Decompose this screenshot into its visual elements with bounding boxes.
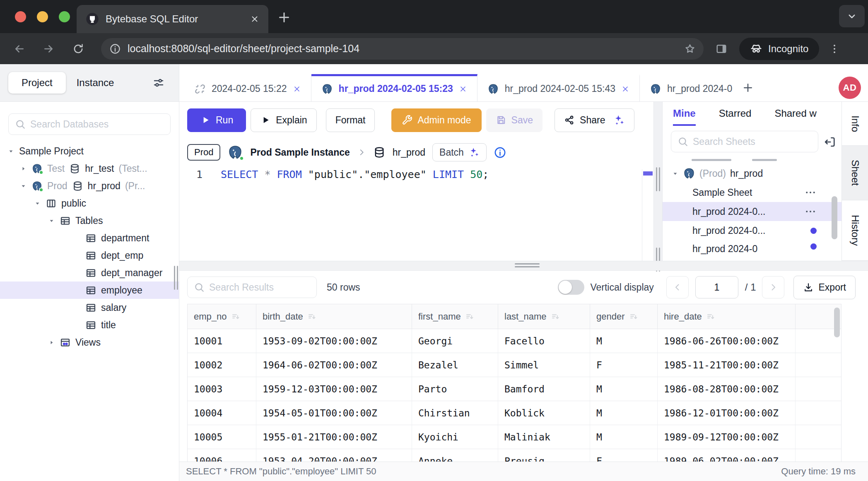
next-page-button[interactable] (762, 276, 784, 298)
instance-name[interactable]: Prod Sample Instance (250, 147, 350, 158)
sort-icon[interactable] (629, 312, 639, 322)
editor-tab-2[interactable]: hr_prod 2024-02-05 15:43 (477, 74, 640, 101)
table-row[interactable]: 100041954-05-01T00:00:00ZChirstianKoblic… (188, 401, 841, 425)
back-icon[interactable] (13, 43, 26, 55)
column-header-first_name[interactable]: first_name (412, 304, 498, 329)
table-scrollbar[interactable] (834, 308, 840, 337)
admin-mode-button[interactable]: Admin mode (391, 108, 481, 132)
side-tab-history[interactable]: History (842, 200, 868, 261)
maximize-window-button[interactable] (59, 11, 70, 22)
ellipsis-icon[interactable] (804, 186, 817, 199)
tree-item-salary[interactable]: salary (0, 299, 179, 316)
address-bar[interactable]: localhost:8080/sql-editor/sheet/project-… (101, 38, 704, 60)
column-header-last_name[interactable]: last_name (498, 304, 590, 329)
table-row[interactable]: 100021964-06-02T00:00:00ZBezalelSimmelF1… (188, 353, 841, 377)
caret-down-icon[interactable] (48, 217, 55, 224)
bookmark-star-icon[interactable] (684, 43, 696, 55)
sort-icon[interactable] (231, 312, 241, 322)
table-row[interactable]: 100051955-01-21T00:00:00ZKyoichiMaliniak… (188, 425, 841, 449)
caret-down-icon[interactable] (34, 200, 41, 207)
tab-mine[interactable]: Mine (673, 108, 696, 126)
site-info-icon[interactable] (109, 43, 121, 55)
format-button[interactable]: Format (326, 108, 375, 132)
sort-icon[interactable] (706, 312, 716, 322)
sheet-search-input[interactable] (671, 131, 818, 152)
plus-icon[interactable] (742, 82, 754, 94)
export-button[interactable]: Export (793, 276, 856, 299)
panel-divider-vertical[interactable] (653, 102, 663, 261)
prev-page-button[interactable] (666, 276, 689, 298)
tree-item-sample-project[interactable]: Sample Project (0, 142, 179, 160)
minimize-window-button[interactable] (37, 11, 48, 22)
sort-icon[interactable] (465, 312, 475, 322)
tree-item-hr-test[interactable]: Testhr_test(Test... (0, 160, 179, 177)
caret-down-icon[interactable] (672, 170, 679, 177)
sparkles-icon[interactable] (612, 114, 625, 126)
column-header-gender[interactable]: gender (590, 304, 658, 329)
save-button[interactable]: Save (486, 108, 542, 132)
tree-item-hr-prod[interactable]: Prodhr_prod(Pr... (0, 177, 179, 195)
table-row[interactable]: 100031959-12-03T00:00:00ZPartoBamfordM19… (188, 377, 841, 401)
column-header-emp_no[interactable]: emp_no (188, 304, 256, 329)
tree-item-title[interactable]: title (0, 316, 179, 334)
caret-down-icon[interactable] (20, 183, 27, 190)
close-tab-icon[interactable] (250, 14, 259, 24)
editor-tab-3[interactable]: hr_prod 2024-0 (640, 74, 735, 101)
sort-icon[interactable] (307, 312, 317, 322)
close-icon[interactable] (621, 85, 629, 93)
sidebar-resize-handle[interactable] (174, 266, 178, 290)
batch-button[interactable]: Batch (432, 143, 487, 161)
sheet-scrollbar[interactable] (832, 196, 837, 239)
table-row[interactable]: 100011953-09-02T00:00:00ZGeorgiFacelloM1… (188, 329, 841, 353)
editor-minimap[interactable] (642, 169, 653, 261)
column-header-birth_date[interactable]: birth_date (256, 304, 412, 329)
avatar[interactable]: AD (839, 77, 861, 99)
caret-down-icon[interactable] (7, 148, 14, 155)
sheet-item-3[interactable]: hr_prod 2024-0... (663, 221, 841, 240)
explain-button[interactable]: Explain (251, 108, 316, 132)
vertical-display-toggle[interactable] (558, 280, 584, 295)
close-window-button[interactable] (15, 11, 26, 22)
tree-item-department[interactable]: department (0, 229, 179, 247)
sort-icon[interactable] (550, 312, 560, 322)
close-icon[interactable] (293, 85, 301, 93)
sheet-item-0[interactable]: (Prod)hr_prod (663, 164, 841, 183)
tab-instance[interactable]: Instance (66, 72, 125, 94)
forward-icon[interactable] (42, 43, 55, 55)
sheet-item-4[interactable]: hr_prod 2024-0 (663, 240, 841, 255)
side-tab-info[interactable]: Info (842, 102, 868, 146)
database-search-input[interactable] (8, 113, 171, 135)
close-icon[interactable] (459, 85, 467, 93)
filter-sliders-icon[interactable] (152, 77, 165, 89)
side-panel-icon[interactable] (715, 43, 728, 55)
editor-tab-1[interactable]: hr_prod 2024-02-05 15:23 (311, 74, 477, 101)
side-tab-sheet[interactable]: Sheet (842, 146, 868, 200)
new-tab-icon[interactable] (277, 10, 292, 25)
browser-tab[interactable]: Bytebase SQL Editor (77, 5, 268, 33)
caret-right-icon[interactable] (48, 339, 55, 346)
drag-grip[interactable] (515, 263, 540, 268)
tree-item-dept-emp[interactable]: dept_emp (0, 247, 179, 264)
sheet-item-2[interactable]: hr_prod 2024-0... (663, 202, 841, 221)
results-search-input[interactable] (187, 277, 317, 298)
database-name[interactable]: hr_prod (393, 147, 425, 158)
tree-item-tables[interactable]: Tables (0, 212, 179, 229)
column-header-hire_date[interactable]: hire_date (658, 304, 796, 329)
share-button[interactable]: Share (555, 108, 634, 132)
tab-shared[interactable]: Shared w (774, 108, 816, 124)
browser-menu-icon[interactable] (828, 43, 841, 55)
code-area[interactable]: 1 SELECT * FROM "public"."employee" LIMI… (179, 168, 653, 261)
drag-grip[interactable] (656, 167, 660, 191)
table-row[interactable]: 100061953-04-20T00:00:00ZAnnekePreusigF1… (188, 449, 841, 462)
page-number-input[interactable] (695, 276, 738, 298)
tree-item-public[interactable]: public (0, 195, 179, 212)
tree-item-views[interactable]: Views (0, 334, 179, 351)
collapse-panel-icon[interactable] (823, 135, 837, 149)
run-button[interactable]: Run (187, 108, 246, 132)
sheet-item-1[interactable]: Sample Sheet (663, 183, 841, 202)
info-icon[interactable] (494, 146, 506, 159)
tree-item-dept-manager[interactable]: dept_manager (0, 264, 179, 281)
tab-starred[interactable]: Starred (719, 108, 752, 124)
tab-project[interactable]: Project (8, 72, 66, 94)
ellipsis-icon[interactable] (804, 205, 817, 218)
